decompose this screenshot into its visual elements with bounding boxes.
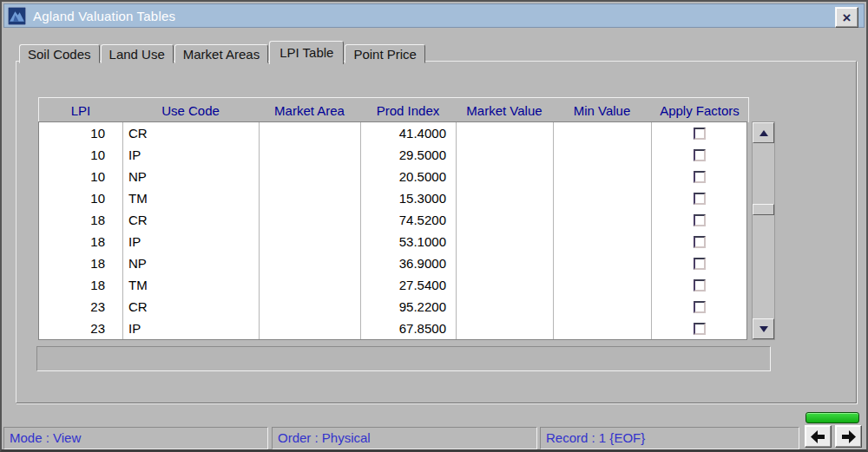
- cell-apply-factors: [651, 231, 746, 252]
- cell-market-area[interactable]: [259, 231, 360, 252]
- cell-use-code[interactable]: IP: [122, 144, 259, 166]
- cell-market-area[interactable]: [259, 166, 360, 187]
- apply-factors-checkbox[interactable]: [694, 128, 706, 140]
- cell-use-code[interactable]: CR: [122, 122, 259, 144]
- cell-lpi[interactable]: 10: [39, 144, 122, 166]
- cell-market-area[interactable]: [259, 187, 360, 209]
- cell-market-value[interactable]: [456, 296, 553, 318]
- scrollbar-thumb[interactable]: [753, 204, 774, 215]
- cell-market-area[interactable]: [259, 296, 360, 318]
- vertical-scrollbar[interactable]: [752, 121, 775, 340]
- cell-use-code[interactable]: IP: [122, 318, 259, 339]
- cell-market-value[interactable]: [456, 144, 553, 166]
- cell-prod-index[interactable]: 74.5200: [360, 209, 456, 231]
- cell-lpi[interactable]: 23: [39, 296, 122, 318]
- cell-use-code[interactable]: TM: [122, 274, 259, 296]
- tab-soil-codes[interactable]: Soil Codes: [19, 44, 100, 63]
- table-row[interactable]: 18TM27.5400: [39, 274, 746, 296]
- apply-factors-checkbox[interactable]: [694, 323, 706, 335]
- cell-lpi[interactable]: 10: [39, 122, 122, 144]
- tab-point-price[interactable]: Point Price: [345, 44, 425, 63]
- apply-factors-checkbox[interactable]: [694, 214, 706, 226]
- cell-min-value[interactable]: [553, 187, 651, 209]
- tab-lpi-table[interactable]: LPI Table: [269, 41, 344, 64]
- table-row[interactable]: 10TM15.3000: [39, 187, 746, 209]
- apply-factors-checkbox[interactable]: [694, 236, 706, 248]
- tab-market-areas[interactable]: Market Areas: [174, 44, 268, 63]
- table-row[interactable]: 10IP29.5000: [39, 144, 746, 166]
- column-header-market-value: Market Value: [456, 103, 553, 118]
- cell-prod-index[interactable]: 29.5000: [360, 144, 456, 166]
- apply-factors-checkbox[interactable]: [694, 149, 706, 161]
- cell-prod-index[interactable]: 36.9000: [360, 252, 456, 274]
- cell-min-value[interactable]: [553, 296, 651, 318]
- table-row[interactable]: 23CR95.2200: [39, 296, 746, 318]
- cell-min-value[interactable]: [553, 318, 651, 339]
- close-button[interactable]: ×: [835, 7, 858, 28]
- cell-market-value[interactable]: [456, 252, 553, 274]
- cell-min-value[interactable]: [553, 166, 651, 187]
- cell-apply-factors: [651, 187, 746, 209]
- previous-record-button[interactable]: [805, 425, 832, 448]
- cell-market-area[interactable]: [259, 274, 360, 296]
- cell-lpi[interactable]: 18: [39, 252, 122, 274]
- table-row[interactable]: 10CR41.4000: [39, 122, 746, 144]
- column-header-lpi: LPI: [39, 103, 122, 118]
- cell-market-value[interactable]: [456, 318, 553, 339]
- scroll-up-button[interactable]: [753, 122, 774, 143]
- cell-min-value[interactable]: [553, 209, 651, 231]
- scroll-down-button[interactable]: [753, 318, 774, 339]
- cell-market-area[interactable]: [259, 209, 360, 231]
- cell-lpi[interactable]: 10: [39, 166, 122, 187]
- cell-prod-index[interactable]: 27.5400: [360, 274, 456, 296]
- cell-prod-index[interactable]: 20.5000: [360, 166, 456, 187]
- cell-min-value[interactable]: [553, 144, 651, 166]
- table-row[interactable]: 23IP67.8500: [39, 318, 746, 339]
- titlebar: Agland Valuation Tables ×: [3, 3, 865, 28]
- apply-factors-checkbox[interactable]: [694, 258, 706, 270]
- cell-apply-factors: [651, 274, 746, 296]
- apply-factors-checkbox[interactable]: [694, 279, 706, 292]
- cell-lpi[interactable]: 18: [39, 231, 122, 252]
- table-row[interactable]: 18CR74.5200: [39, 209, 746, 231]
- cell-prod-index[interactable]: 53.1000: [360, 231, 456, 252]
- cell-market-area[interactable]: [259, 252, 360, 274]
- tab-land-use[interactable]: Land Use: [101, 44, 174, 63]
- cell-lpi[interactable]: 18: [39, 209, 122, 231]
- table-row[interactable]: 18NP36.9000: [39, 252, 746, 274]
- cell-use-code[interactable]: CR: [122, 209, 259, 231]
- cell-use-code[interactable]: IP: [122, 231, 259, 252]
- cell-market-area[interactable]: [259, 318, 360, 339]
- apply-factors-checkbox[interactable]: [694, 301, 706, 313]
- cell-market-value[interactable]: [456, 274, 553, 296]
- cell-lpi[interactable]: 18: [39, 274, 122, 296]
- cell-market-value[interactable]: [456, 209, 553, 231]
- cell-prod-index[interactable]: 41.4000: [360, 122, 456, 144]
- next-record-button[interactable]: [835, 425, 862, 448]
- cell-min-value[interactable]: [553, 122, 651, 144]
- cell-market-value[interactable]: [456, 166, 553, 187]
- apply-factors-checkbox[interactable]: [694, 171, 706, 183]
- column-header-min-value: Min Value: [553, 103, 651, 118]
- cell-market-value[interactable]: [456, 187, 553, 209]
- table-row[interactable]: 10NP20.5000: [39, 166, 746, 187]
- cell-lpi[interactable]: 23: [39, 318, 122, 339]
- cell-prod-index[interactable]: 67.8500: [360, 318, 456, 339]
- cell-use-code[interactable]: TM: [122, 187, 259, 209]
- cell-use-code[interactable]: CR: [122, 296, 259, 318]
- cell-prod-index[interactable]: 15.3000: [360, 187, 456, 209]
- table-row[interactable]: 18IP53.1000: [39, 231, 746, 252]
- cell-apply-factors: [651, 318, 746, 339]
- cell-market-value[interactable]: [456, 231, 553, 252]
- cell-min-value[interactable]: [553, 274, 651, 296]
- cell-min-value[interactable]: [553, 231, 651, 252]
- cell-market-area[interactable]: [259, 122, 360, 144]
- cell-market-area[interactable]: [259, 144, 360, 166]
- cell-use-code[interactable]: NP: [122, 166, 259, 187]
- cell-use-code[interactable]: NP: [122, 252, 259, 274]
- cell-min-value[interactable]: [553, 252, 651, 274]
- cell-lpi[interactable]: 10: [39, 187, 122, 209]
- apply-factors-checkbox[interactable]: [694, 193, 706, 205]
- cell-market-value[interactable]: [456, 122, 553, 144]
- cell-prod-index[interactable]: 95.2200: [360, 296, 456, 318]
